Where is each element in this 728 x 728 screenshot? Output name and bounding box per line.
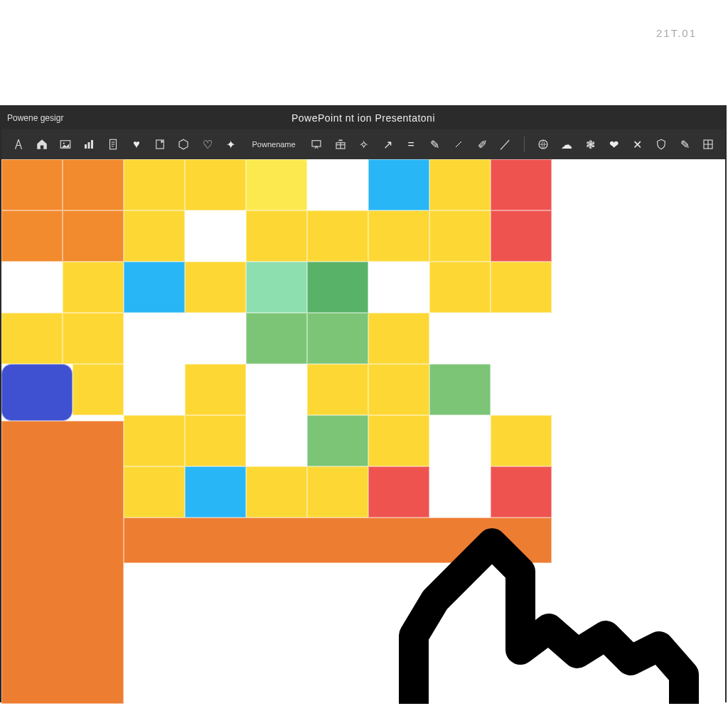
grid-icon[interactable] bbox=[702, 137, 715, 151]
pencil-slash-icon[interactable]: ⟋ bbox=[451, 137, 465, 151]
paint-icon[interactable]: ✎ bbox=[678, 137, 691, 151]
grid-cell[interactable] bbox=[185, 262, 246, 313]
note-icon[interactable] bbox=[154, 137, 167, 151]
grid-cell[interactable] bbox=[491, 262, 552, 313]
grid-cell[interactable] bbox=[429, 210, 491, 262]
grid-cell[interactable] bbox=[124, 313, 185, 364]
grid-block[interactable] bbox=[124, 518, 552, 563]
title-left-text: Powene gesigr bbox=[7, 113, 63, 123]
shield-icon[interactable] bbox=[654, 137, 668, 151]
grid-cell[interactable] bbox=[368, 159, 429, 210]
cloud-icon[interactable]: ☁ bbox=[560, 137, 573, 151]
grid-cell[interactable] bbox=[307, 159, 368, 210]
grid-cell[interactable] bbox=[246, 210, 307, 262]
cross-tools-icon[interactable]: ✕ bbox=[631, 137, 644, 151]
svg-rect-8 bbox=[312, 141, 321, 146]
grid-cell[interactable] bbox=[491, 466, 552, 518]
wand-icon[interactable]: ✧ bbox=[357, 137, 370, 151]
globe-icon[interactable] bbox=[536, 137, 550, 151]
chart-icon[interactable] bbox=[82, 137, 96, 151]
grid-cell[interactable] bbox=[246, 364, 307, 415]
grid-cell[interactable] bbox=[124, 466, 185, 518]
swirl-icon[interactable]: ❃ bbox=[583, 137, 596, 151]
edit-icon[interactable]: ✐ bbox=[475, 137, 488, 151]
grid-cell[interactable] bbox=[246, 262, 307, 313]
corner-code-label: 21T.01 bbox=[656, 27, 697, 39]
grid-cell[interactable] bbox=[1, 364, 73, 421]
grid-cell[interactable] bbox=[429, 313, 491, 364]
grid-cell[interactable] bbox=[429, 466, 491, 518]
grid-cell[interactable] bbox=[368, 262, 429, 313]
grid-cell[interactable] bbox=[1, 313, 63, 364]
grid-cell[interactable] bbox=[124, 262, 185, 313]
grid-cell[interactable] bbox=[63, 210, 124, 262]
compass-icon[interactable] bbox=[11, 137, 25, 151]
grid-cell[interactable] bbox=[63, 313, 124, 364]
grid-cell[interactable] bbox=[491, 210, 552, 262]
grid-cell[interactable] bbox=[307, 262, 368, 313]
grid-cell[interactable] bbox=[1, 159, 63, 210]
grid-cell[interactable] bbox=[246, 415, 307, 466]
grid-cell[interactable] bbox=[368, 210, 429, 262]
canvas[interactable] bbox=[1, 159, 725, 704]
grid-cell[interactable] bbox=[307, 210, 368, 262]
grid-cell[interactable] bbox=[368, 466, 429, 518]
grid-cell[interactable] bbox=[124, 415, 185, 466]
grid-cell[interactable] bbox=[307, 364, 368, 415]
grid-cell[interactable] bbox=[368, 415, 429, 466]
document-icon[interactable] bbox=[106, 137, 119, 151]
grid-cell[interactable] bbox=[185, 415, 246, 466]
equals-icon[interactable]: = bbox=[405, 137, 418, 151]
home-icon[interactable] bbox=[35, 137, 48, 151]
grid-cell[interactable] bbox=[307, 415, 368, 466]
grid-cell[interactable] bbox=[429, 159, 491, 210]
svg-point-2 bbox=[63, 142, 65, 144]
grid-cell[interactable] bbox=[307, 466, 368, 518]
grid-cell[interactable] bbox=[429, 415, 491, 466]
hex-icon[interactable] bbox=[177, 137, 191, 151]
window-title: PowePoint nt ion Presentatoni bbox=[291, 112, 435, 124]
grid-cell[interactable] bbox=[124, 210, 185, 262]
grid-cell[interactable] bbox=[368, 364, 429, 415]
grid-cell[interactable] bbox=[63, 159, 124, 210]
heart-icon[interactable]: ♡ bbox=[200, 137, 214, 151]
grid-cell[interactable] bbox=[63, 262, 124, 313]
grid-cell[interactable] bbox=[246, 466, 307, 518]
grid-cell[interactable] bbox=[491, 415, 552, 466]
picture-icon[interactable] bbox=[59, 137, 73, 151]
grid-block[interactable] bbox=[1, 421, 124, 704]
grid-cell[interactable] bbox=[185, 159, 246, 210]
app-window: Powene gesigr PowePoint nt ion Presentat… bbox=[0, 105, 727, 702]
bird-icon[interactable]: ❤ bbox=[607, 137, 621, 151]
gift-icon[interactable] bbox=[333, 137, 347, 151]
presentation-icon[interactable] bbox=[310, 137, 323, 151]
arrow-icon[interactable]: ↗ bbox=[380, 137, 394, 151]
svg-rect-5 bbox=[91, 140, 93, 149]
grid-cell[interactable] bbox=[491, 313, 552, 364]
sparkle-icon[interactable]: ✦ bbox=[224, 137, 237, 151]
grid-cell[interactable] bbox=[185, 364, 246, 415]
grid-cell[interactable] bbox=[307, 313, 368, 364]
grid-cell[interactable] bbox=[124, 364, 185, 415]
line-icon[interactable]: ／ bbox=[499, 137, 513, 151]
grid-cell[interactable] bbox=[429, 364, 491, 415]
grid-cell[interactable] bbox=[185, 210, 246, 262]
grid-cell[interactable] bbox=[491, 364, 552, 415]
grid-cell[interactable] bbox=[1, 262, 63, 313]
titlebar: Powene gesigr PowePoint nt ion Presentat… bbox=[1, 107, 725, 129]
grid-cell[interactable] bbox=[185, 313, 246, 364]
grid-cell[interactable] bbox=[429, 262, 491, 313]
grid-cell[interactable] bbox=[124, 159, 185, 210]
brush-icon[interactable]: ✎ bbox=[428, 137, 441, 151]
grid-cell[interactable] bbox=[1, 210, 63, 262]
grid-cell[interactable] bbox=[73, 364, 124, 415]
grid-cell[interactable] bbox=[246, 159, 307, 210]
grid-cell[interactable] bbox=[246, 313, 307, 364]
svg-rect-0 bbox=[41, 146, 44, 149]
svg-rect-3 bbox=[85, 144, 87, 149]
grid-cell[interactable] bbox=[368, 313, 429, 364]
grid-cell[interactable] bbox=[491, 159, 552, 210]
grid-cell[interactable] bbox=[185, 466, 246, 518]
heart-badge-icon[interactable]: ♥ bbox=[129, 137, 143, 151]
color-grid[interactable] bbox=[1, 159, 552, 704]
